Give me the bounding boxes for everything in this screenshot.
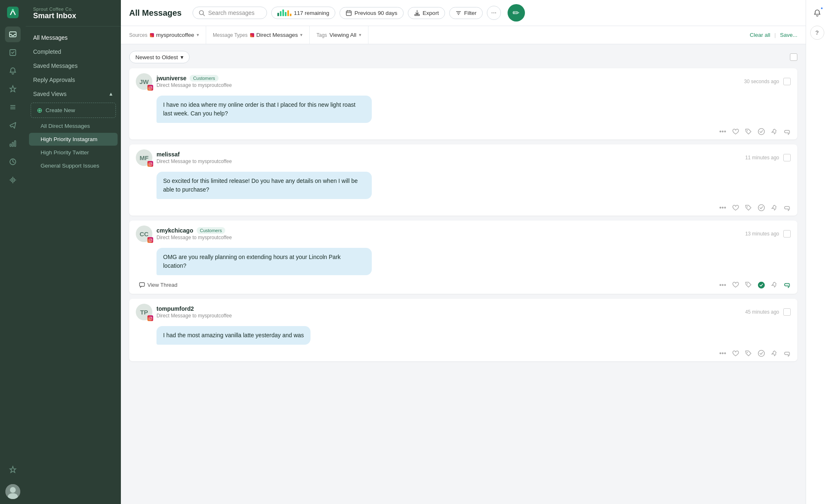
tags-value: Viewing All [330, 32, 356, 38]
export-label: Export [423, 10, 439, 16]
sort-dropdown[interactable]: Newest to Oldest ▾ [129, 51, 190, 63]
tag-button[interactable] [745, 204, 752, 211]
tag-button[interactable] [745, 350, 752, 357]
heart-button[interactable] [732, 128, 739, 135]
reply-button[interactable] [784, 128, 791, 135]
sidebar-item-saved-messages[interactable]: Saved Messages [26, 59, 121, 73]
sidebar-item-completed[interactable]: Completed [26, 45, 121, 59]
notification-bell-button[interactable] [810, 6, 824, 20]
message-actions: ••• [129, 125, 797, 139]
filter-icon [455, 10, 462, 16]
pin-button[interactable] [771, 350, 778, 357]
select-all-checkbox[interactable] [790, 53, 797, 61]
complete-button[interactable] [758, 204, 765, 211]
notifications-nav-icon[interactable] [5, 63, 21, 79]
complete-button[interactable] [758, 128, 765, 135]
svg-point-12 [12, 179, 14, 181]
inbox-nav-icon[interactable] [5, 26, 21, 42]
sidebar-item-reply-approvals[interactable]: Reply Approvals [26, 73, 121, 87]
sort-bar: Newest to Oldest ▾ [129, 51, 797, 63]
message-checkbox[interactable] [783, 230, 791, 238]
send-nav-icon[interactable] [5, 118, 21, 133]
automation-nav-icon[interactable] [5, 172, 21, 188]
instagram-msg-type-icon [250, 33, 254, 37]
more-actions-button[interactable]: ••• [719, 204, 726, 211]
instagram-source-icon [150, 33, 154, 37]
notification-dot [820, 7, 823, 10]
sources-filter[interactable]: Sources mysproutcoffee ▾ [129, 26, 206, 44]
heart-button[interactable] [732, 281, 739, 288]
heart-icon [732, 281, 739, 288]
user-avatar[interactable] [5, 484, 20, 499]
saved-views-header[interactable]: Saved Views ▲ [26, 87, 121, 101]
list-nav-icon[interactable] [5, 99, 21, 115]
message-bubble: So excited for this limited release! Do … [156, 172, 372, 199]
pin-button[interactable] [771, 128, 778, 135]
view-thread-button[interactable]: View Thread [136, 280, 181, 290]
save-filter-button[interactable]: Save... [780, 32, 797, 38]
reply-button[interactable] [784, 350, 791, 357]
message-time: 45 minutes ago [745, 309, 779, 315]
heart-button[interactable] [732, 204, 739, 211]
sidebar-item-general-support-issues[interactable]: General Support Issues [29, 159, 118, 172]
sidebar-item-all-direct-messages[interactable]: All Direct Messages [29, 120, 118, 132]
check-icon [758, 281, 765, 289]
pin-button[interactable] [771, 204, 778, 211]
platform-icon [147, 315, 153, 321]
avatar: CC [136, 226, 152, 242]
compose-button[interactable]: ✏ [508, 4, 525, 22]
reports-nav-icon[interactable] [5, 154, 21, 170]
message-types-filter[interactable]: Message Types Direct Messages ▾ [213, 26, 310, 44]
export-button[interactable]: Export [408, 7, 445, 19]
sidebar-header: Sprout Coffee Co. Smart Inbox [26, 0, 121, 26]
clear-all-button[interactable]: Clear all [750, 32, 770, 38]
tags-filter[interactable]: Tags Viewing All ▾ [316, 26, 368, 44]
tags-chevron: ▾ [359, 32, 361, 38]
period-button[interactable]: Previous 90 days [339, 7, 404, 19]
message-checkbox[interactable] [783, 154, 791, 161]
remaining-button[interactable]: 117 remaining [271, 7, 336, 19]
message-header: JW jwuniverse Customers Direct Message t… [129, 68, 797, 93]
more-actions-button[interactable]: ••• [719, 128, 726, 135]
message-meta: cmykchicago Customers Direct Message to … [156, 227, 741, 240]
message-channel: Direct Message to mysproutcoffee [156, 82, 740, 88]
complete-button[interactable] [758, 281, 765, 289]
tag-button[interactable] [745, 281, 752, 288]
message-meta: tompumford2 Direct Message to mysproutco… [156, 305, 741, 319]
svg-rect-17 [347, 11, 351, 15]
message-tag: Customers [197, 227, 225, 234]
more-actions-button[interactable]: ••• [719, 281, 726, 289]
create-new-label: Create New [46, 107, 75, 113]
help-button[interactable]: ? [810, 26, 824, 40]
reply-button[interactable] [784, 204, 791, 211]
create-new-button[interactable]: ⊕ Create New [31, 103, 116, 118]
tags-label: Tags [316, 32, 327, 38]
starred-nav-icon[interactable] [5, 462, 21, 478]
sidebar-item-high-priority-twitter[interactable]: High Priority Twitter [29, 146, 118, 159]
compose-icon: ✏ [513, 8, 520, 18]
more-actions-button[interactable]: ••• [719, 350, 726, 357]
analytics-nav-icon[interactable] [5, 136, 21, 151]
search-input[interactable]: Search messages [193, 7, 267, 19]
complete-button[interactable] [758, 350, 765, 357]
bell-right-icon [813, 9, 821, 17]
sidebar-item-all-messages[interactable]: All Messages [26, 31, 121, 45]
message-checkbox[interactable] [783, 308, 791, 316]
message-username: tompumford2 [156, 305, 194, 312]
search-placeholder: Search messages [208, 10, 255, 16]
calendar-icon [346, 10, 352, 16]
tasks-nav-icon[interactable] [5, 45, 21, 60]
heart-button[interactable] [732, 350, 739, 357]
message-channel: Direct Message to mysproutcoffee [156, 313, 741, 319]
company-name: Sprout Coffee Co. [33, 7, 113, 12]
sidebar-item-high-priority-instagram[interactable]: High Priority Instagram [29, 133, 118, 146]
message-checkbox[interactable] [783, 78, 791, 85]
filter-button[interactable]: Filter [449, 7, 483, 19]
pin-nav-icon[interactable] [5, 81, 21, 97]
reply-icon [784, 128, 791, 135]
reply-button[interactable] [784, 281, 791, 288]
tag-button[interactable] [745, 128, 752, 135]
more-options-button[interactable]: ··· [487, 6, 501, 20]
heart-icon [732, 350, 739, 357]
pin-button[interactable] [771, 281, 778, 288]
